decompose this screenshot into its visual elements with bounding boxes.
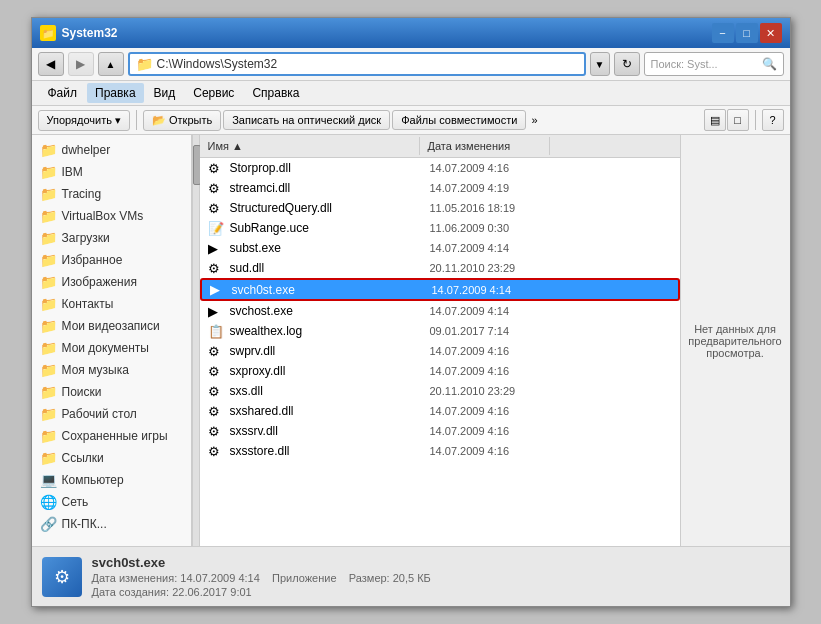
sidebar-item-searches[interactable]: 📁 Поиски [32, 381, 191, 403]
file-icon: ⚙ [208, 404, 226, 419]
file-date: 14.07.2009 4:16 [430, 365, 560, 377]
sidebar-item-label: dwhelper [62, 143, 111, 157]
help-button[interactable]: ? [762, 109, 784, 131]
minimize-button[interactable]: − [712, 23, 734, 43]
folder-icon: 📁 [40, 230, 57, 246]
sidebar-item-links[interactable]: 📁 Ссылки [32, 447, 191, 469]
sidebar-item-downloads[interactable]: 📁 Загрузки [32, 227, 191, 249]
folder-icon: 📁 [136, 56, 153, 72]
sidebar-item-label: Избранное [62, 253, 123, 267]
organize-button[interactable]: Упорядочить ▾ [38, 110, 131, 131]
title-buttons: − □ ✕ [712, 23, 782, 43]
file-row[interactable]: ⚙ sxs.dll 20.11.2010 23:29 [200, 381, 680, 401]
file-name: swprv.dll [230, 344, 430, 358]
forward-button[interactable]: ▶ [68, 52, 94, 76]
address-dropdown[interactable]: ▼ [590, 52, 610, 76]
search-icon: 🔍 [762, 57, 777, 71]
explorer-window: 📁 System32 − □ ✕ ◀ ▶ ▲ 📁 C:\Windows\Syst… [31, 17, 791, 607]
sidebar-item-ibm[interactable]: 📁 IBM [32, 161, 191, 183]
file-icon: ⚙ [208, 384, 226, 399]
up-button[interactable]: ▲ [98, 52, 124, 76]
window-icon: 📁 [40, 25, 56, 41]
file-icon: ⚙ [208, 161, 226, 176]
open-button[interactable]: 📂 Открыть [143, 110, 221, 131]
sidebar-item-games[interactable]: 📁 Сохраненные игры [32, 425, 191, 447]
file-icon: ⚙ [208, 444, 226, 459]
sidebar-item-tracing[interactable]: 📁 Tracing [32, 183, 191, 205]
maximize-button[interactable]: □ [736, 23, 758, 43]
sidebar-item-contacts[interactable]: 📁 Контакты [32, 293, 191, 315]
burn-button[interactable]: Записать на оптический диск [223, 110, 390, 130]
title-bar: 📁 System32 − □ ✕ [32, 18, 790, 48]
file-row[interactable]: ⚙ sud.dll 20.11.2010 23:29 [200, 258, 680, 278]
sidebar-item-computer[interactable]: 💻 Компьютер [32, 469, 191, 491]
menu-file[interactable]: Файл [40, 83, 86, 103]
sidebar-scrollbar[interactable] [192, 135, 200, 546]
file-row[interactable]: ⚙ StructuredQuery.dll 11.05.2016 18:19 [200, 198, 680, 218]
file-name: Storprop.dll [230, 161, 430, 175]
address-text: C:\Windows\System32 [157, 57, 278, 71]
menu-view[interactable]: Вид [146, 83, 184, 103]
address-field[interactable]: 📁 C:\Windows\System32 [128, 52, 586, 76]
menu-help[interactable]: Справка [244, 83, 307, 103]
file-row[interactable]: ⚙ streamci.dll 14.07.2009 4:19 [200, 178, 680, 198]
sidebar-item-docs[interactable]: 📁 Мои документы [32, 337, 191, 359]
sidebar-item-favorites[interactable]: 📁 Избранное [32, 249, 191, 271]
search-field[interactable]: Поиск: Syst... 🔍 [644, 52, 784, 76]
file-name: StructuredQuery.dll [230, 201, 430, 215]
file-date: 09.01.2017 7:14 [430, 325, 560, 337]
folder-icon: 📁 [40, 296, 57, 312]
sidebar-item-label: Tracing [62, 187, 102, 201]
folder-icon: 📁 [40, 406, 57, 422]
file-icon: ⚙ [208, 201, 226, 216]
refresh-button[interactable]: ↻ [614, 52, 640, 76]
menu-tools[interactable]: Сервис [185, 83, 242, 103]
compat-button[interactable]: Файлы совместимости [392, 110, 526, 130]
sidebar-item-desktop[interactable]: 📁 Рабочий стол [32, 403, 191, 425]
open-icon: 📂 [152, 114, 166, 127]
column-header-date[interactable]: Дата изменения [420, 137, 550, 155]
sidebar-item-images[interactable]: 📁 Изображения [32, 271, 191, 293]
sidebar-item-vbox[interactable]: 📁 VirtualBox VMs [32, 205, 191, 227]
view-grid-button[interactable]: □ [727, 109, 749, 131]
sidebar-item-label: Изображения [62, 275, 137, 289]
sidebar-item-music[interactable]: 📁 Моя музыка [32, 359, 191, 381]
file-date: 14.07.2009 4:16 [430, 345, 560, 357]
column-header-name[interactable]: Имя ▲ [200, 137, 420, 155]
file-row[interactable]: 📝 SubRange.uce 11.06.2009 0:30 [200, 218, 680, 238]
sidebar-item-network2[interactable]: 🔗 ПК-ПК... [32, 513, 191, 535]
sidebar-item-dwhelper[interactable]: 📁 dwhelper [32, 139, 191, 161]
file-row[interactable]: ⚙ sxshared.dll 14.07.2009 4:16 [200, 401, 680, 421]
folder-icon: 📁 [40, 208, 57, 224]
file-row[interactable]: ⚙ swprv.dll 14.07.2009 4:16 [200, 341, 680, 361]
status-file-icon: ⚙ [42, 557, 82, 597]
folder-icon: 📁 [40, 252, 57, 268]
view-list-button[interactable]: ▤ [704, 109, 726, 131]
file-row[interactable]: ▶ svch0st.exe 14.07.2009 4:14 [200, 278, 680, 301]
file-row[interactable]: ⚙ Storprop.dll 14.07.2009 4:16 [200, 158, 680, 178]
file-row[interactable]: ▶ svchost.exe 14.07.2009 4:14 [200, 301, 680, 321]
file-row[interactable]: ⚙ sxssrv.dll 14.07.2009 4:16 [200, 421, 680, 441]
size-value: 20,5 КБ [393, 572, 431, 584]
sidebar-item-label: IBM [62, 165, 83, 179]
file-date: 20.11.2010 23:29 [430, 262, 560, 274]
sidebar-item-label: ПК-ПК... [62, 517, 107, 531]
file-date: 14.07.2009 4:16 [430, 162, 560, 174]
open-label: Открыть [169, 114, 212, 126]
back-button[interactable]: ◀ [38, 52, 64, 76]
file-date: 20.11.2010 23:29 [430, 385, 560, 397]
file-date: 14.07.2009 4:14 [430, 242, 560, 254]
file-row[interactable]: 📋 swealthex.log 09.01.2017 7:14 [200, 321, 680, 341]
menu-edit[interactable]: Правка [87, 83, 144, 103]
created-label: Дата создания: [92, 586, 170, 598]
sidebar-item-network[interactable]: 🌐 Сеть [32, 491, 191, 513]
toolbar-more[interactable]: » [528, 111, 540, 129]
file-row[interactable]: ⚙ sxproxy.dll 14.07.2009 4:16 [200, 361, 680, 381]
sidebar-item-videos[interactable]: 📁 Мои видеозаписи [32, 315, 191, 337]
file-date: 14.07.2009 4:16 [430, 405, 560, 417]
close-button[interactable]: ✕ [760, 23, 782, 43]
menu-bar: Файл Правка Вид Сервис Справка [32, 81, 790, 106]
file-row[interactable]: ⚙ sxsstore.dll 14.07.2009 4:16 [200, 441, 680, 461]
file-icon: ⚙ [208, 344, 226, 359]
file-row[interactable]: ▶ subst.exe 14.07.2009 4:14 [200, 238, 680, 258]
